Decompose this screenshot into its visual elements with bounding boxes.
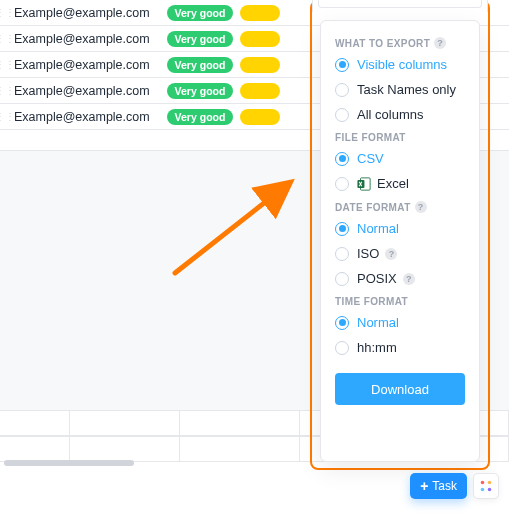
option-time-hhmm[interactable]: hh:mm [335,340,465,355]
drag-handle-icon[interactable]: ⋮⋮ [0,34,10,44]
option-visible-columns[interactable]: Visible columns [335,57,465,72]
apps-button[interactable] [473,473,499,499]
radio-icon [335,83,349,97]
radio-icon [335,272,349,286]
download-button[interactable]: Download [335,373,465,405]
help-icon[interactable]: ? [415,201,427,213]
cell-email: Example@example.com [10,84,160,98]
svg-point-6 [488,488,492,492]
status-badge[interactable]: Very good [167,57,234,73]
priority-bar[interactable] [240,109,280,125]
option-label: All columns [357,107,423,122]
radio-icon [335,247,349,261]
radio-icon [335,177,349,191]
excel-icon [357,177,371,191]
priority-bar[interactable] [240,31,280,47]
radio-icon [335,108,349,122]
radio-icon [335,316,349,330]
option-label: POSIX ? [357,271,415,286]
option-label: Excel [357,176,409,191]
plus-icon: + [420,479,428,493]
svg-point-3 [481,481,485,485]
option-date-normal[interactable]: Normal [335,221,465,236]
cell-status: Very good [160,5,240,21]
status-badge[interactable]: Very good [167,5,234,21]
option-label: hh:mm [357,340,397,355]
radio-icon [335,58,349,72]
option-all-columns[interactable]: All columns [335,107,465,122]
section-file-format: FILE FORMAT [335,132,465,143]
drag-handle-icon[interactable]: ⋮⋮ [0,86,10,96]
svg-point-5 [481,488,485,492]
apps-grid-icon [479,479,493,493]
help-icon[interactable]: ? [385,248,397,260]
svg-point-4 [488,481,492,485]
option-csv[interactable]: CSV [335,151,465,166]
section-title: FILE FORMAT [335,132,406,143]
option-time-normal[interactable]: Normal [335,315,465,330]
option-label: CSV [357,151,384,166]
help-icon[interactable]: ? [434,37,446,49]
horizontal-scrollbar[interactable] [4,460,134,466]
cell-email: Example@example.com [10,58,160,72]
option-task-names-only[interactable]: Task Names only [335,82,465,97]
section-title: DATE FORMAT [335,202,411,213]
footer-cell[interactable] [0,411,70,435]
priority-bar[interactable] [240,5,280,21]
priority-bar[interactable] [240,83,280,99]
option-date-posix[interactable]: POSIX ? [335,271,465,286]
new-task-button[interactable]: + Task [410,473,467,499]
drag-handle-icon[interactable]: ⋮⋮ [0,8,10,18]
radio-icon [335,152,349,166]
radio-icon [335,341,349,355]
footer-cell[interactable] [180,411,300,435]
export-panel: WHAT TO EXPORT ? Visible columns Task Na… [320,20,480,462]
priority-bar[interactable] [240,57,280,73]
option-date-iso[interactable]: ISO ? [335,246,465,261]
status-badge[interactable]: Very good [167,109,234,125]
drag-handle-icon[interactable]: ⋮⋮ [0,60,10,70]
section-what-to-export: WHAT TO EXPORT ? [335,37,465,49]
section-title: TIME FORMAT [335,296,408,307]
option-label: Normal [357,315,399,330]
section-date-format: DATE FORMAT ? [335,201,465,213]
radio-icon [335,222,349,236]
option-label: Task Names only [357,82,456,97]
new-task-label: Task [432,479,457,493]
section-title: WHAT TO EXPORT [335,38,430,49]
drag-handle-icon[interactable]: ⋮⋮ [0,112,10,122]
option-excel[interactable]: Excel [335,176,465,191]
cell-email: Example@example.com [10,6,160,20]
help-icon[interactable]: ? [403,273,415,285]
option-label: Visible columns [357,57,447,72]
cell-email: Example@example.com [10,32,160,46]
footer-cell[interactable] [70,411,180,435]
section-time-format: TIME FORMAT [335,296,465,307]
cell-priority [240,5,290,21]
cell-email: Example@example.com [10,110,160,124]
status-badge[interactable]: Very good [167,31,234,47]
option-label: ISO ? [357,246,397,261]
panel-search-stub[interactable] [318,0,482,8]
option-label: Normal [357,221,399,236]
status-badge[interactable]: Very good [167,83,234,99]
